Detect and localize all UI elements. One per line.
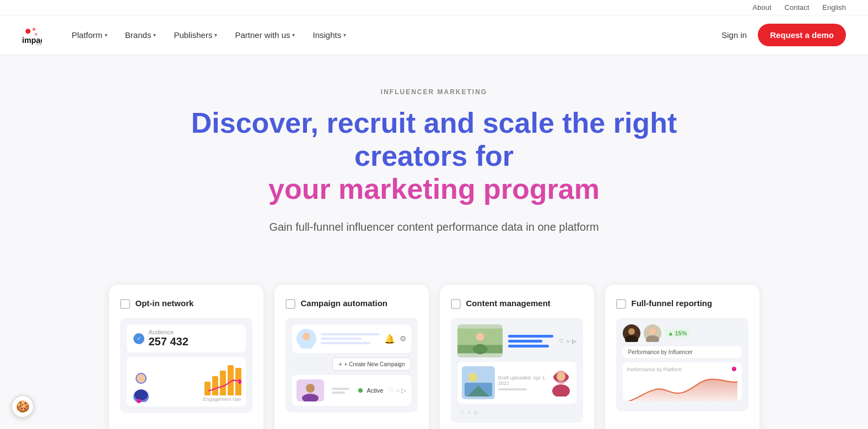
nature-photo (457, 324, 503, 357)
card-title: Full-funnel reporting (632, 298, 713, 309)
logo-icon: impact .com (22, 25, 42, 45)
nav-brands[interactable]: Brands ▾ (117, 26, 164, 44)
photo-strip: ♡ ○ ▷ (457, 324, 576, 357)
card-header: Campaign automation (285, 298, 418, 309)
chevron-down-icon: ▾ (214, 32, 217, 38)
hero-title-blue: Discover, recruit and scale the right cr… (191, 107, 677, 172)
card-body: ▲ 15% Performance by Influencer Performa… (616, 318, 748, 411)
chevron-down-icon: ▾ (153, 32, 156, 38)
card-header: Opt-in network (120, 298, 252, 309)
nav-platform[interactable]: Platform ▾ (64, 26, 115, 44)
platform-label: Performance by Platform (627, 367, 737, 372)
svg-point-17 (476, 333, 484, 341)
wave-chart-svg (627, 374, 737, 401)
heart-icon: ♡ (460, 409, 465, 415)
audience-number: 257 432 (149, 335, 188, 348)
person-avatar-light (644, 324, 661, 342)
chevron-down-icon: ▾ (343, 32, 346, 38)
svg-point-26 (557, 372, 565, 381)
card-header: Content management (451, 298, 583, 309)
active-label: Active (367, 387, 384, 394)
card-body: ✓ Audience 257 432 (120, 318, 252, 413)
hero-eyebrow: INFLUENCER MARKETING (22, 88, 846, 96)
person-with-hat (550, 369, 572, 397)
svg-point-11 (303, 333, 310, 340)
about-link[interactable]: About (753, 3, 772, 12)
hero-title: Discover, recruit and scale the right cr… (186, 107, 682, 205)
svg-point-27 (552, 384, 570, 397)
hero-subtitle: Gain full-funnel influencer content perf… (241, 219, 627, 235)
svg-point-7 (137, 374, 145, 383)
card-title: Campaign automation (301, 298, 388, 309)
svg-point-32 (649, 328, 656, 335)
audience-label: Audience (149, 329, 188, 335)
language-selector[interactable]: English (822, 3, 846, 12)
top-utility-bar: About Contact English (0, 0, 868, 15)
card-content-management: Content management (440, 285, 594, 429)
svg-point-0 (25, 29, 30, 34)
svg-point-1 (33, 28, 35, 30)
svg-marker-9 (239, 379, 241, 384)
navbar: impact .com Platform ▾ Brands ▾ Publishe… (0, 15, 868, 55)
request-demo-button[interactable]: Request a demo (758, 24, 846, 46)
filter-icon: ⚙ (400, 334, 407, 343)
card-header: Full-funnel reporting (616, 298, 748, 309)
action-icons: ♡ ○ ▷ (388, 387, 407, 394)
cookie-consent-button[interactable]: 🍪 (11, 395, 34, 418)
feature-cards-row: Opt-in network ✓ Audience 257 432 (0, 285, 868, 429)
share-icon: ▷ (572, 338, 576, 344)
notification-icon: 🔔 (384, 334, 395, 344)
draft-label: Draft uploaded: Apr 1, 2022 (498, 375, 547, 386)
svg-point-14 (306, 384, 315, 393)
nav-insights[interactable]: Insights ▾ (305, 26, 354, 44)
share-icon: ▷ (475, 409, 479, 415)
photo-box-nature (457, 324, 503, 357)
comment-icon: ○ (468, 409, 471, 415)
create-campaign-button[interactable]: + + Create New Campaign (332, 357, 411, 371)
nav-partner[interactable]: Partner with us ▾ (227, 26, 303, 44)
hero-section: INFLUENCER MARKETING Discover, recruit a… (0, 55, 868, 285)
comment-icon: ○ (566, 338, 569, 344)
plus-icon: + (338, 361, 342, 367)
arrow-up-icon: ▲ (668, 330, 674, 336)
chevron-down-icon: ▾ (292, 32, 295, 38)
card-opt-in-network: Opt-in network ✓ Audience 257 432 (109, 285, 263, 429)
engagement-label: Engagement rate (203, 397, 241, 402)
nav-right: Sign in Request a demo (721, 24, 846, 46)
wave-chart: Performance by Platform (623, 362, 742, 401)
hero-title-pink: your marketing program (268, 173, 600, 205)
report-header: ▲ 15% (623, 324, 742, 342)
photo-box-blue (462, 366, 495, 399)
nav-publishers[interactable]: Publishers ▾ (166, 26, 225, 44)
card-checkbox[interactable] (120, 299, 130, 309)
card-checkbox[interactable] (451, 299, 461, 309)
person-avatar-dark (623, 324, 640, 342)
card-body: ♡ ○ ▷ D (451, 318, 583, 423)
draft-info-row: Draft uploaded: Apr 1, 2022 (457, 362, 576, 404)
contact-link[interactable]: Contact (785, 3, 810, 12)
logo[interactable]: impact .com (22, 25, 42, 45)
svg-text:.com: .com (35, 41, 42, 45)
heart-icon: ♡ (559, 338, 564, 344)
card-checkbox[interactable] (285, 299, 295, 309)
pink-dot (137, 399, 141, 403)
person-avatar (131, 372, 151, 402)
profile-strip-bottom: Active ♡ ○ ▷ (292, 375, 411, 406)
profile-avatar-2 (296, 379, 324, 401)
percent-badge: ▲ 15% (665, 329, 691, 338)
action-row: ♡ ○ ▷ (457, 408, 576, 416)
card-checkbox[interactable] (616, 299, 626, 309)
svg-point-8 (134, 389, 148, 400)
nav-items: Platform ▾ Brands ▾ Publishers ▾ Partner… (64, 26, 721, 44)
svg-rect-19 (457, 345, 503, 354)
sign-in-link[interactable]: Sign in (721, 30, 747, 40)
chart-area: Engagement rate (127, 357, 246, 406)
audience-box: ✓ Audience 257 432 (127, 324, 246, 352)
svg-point-29 (628, 328, 635, 335)
card-full-funnel-reporting: Full-funnel reporting (605, 285, 759, 429)
svg-point-22 (468, 373, 477, 382)
pink-dot (732, 367, 736, 371)
landscape-photo (462, 366, 495, 399)
trend-line (208, 377, 241, 394)
verified-icon: ✓ (133, 333, 144, 344)
